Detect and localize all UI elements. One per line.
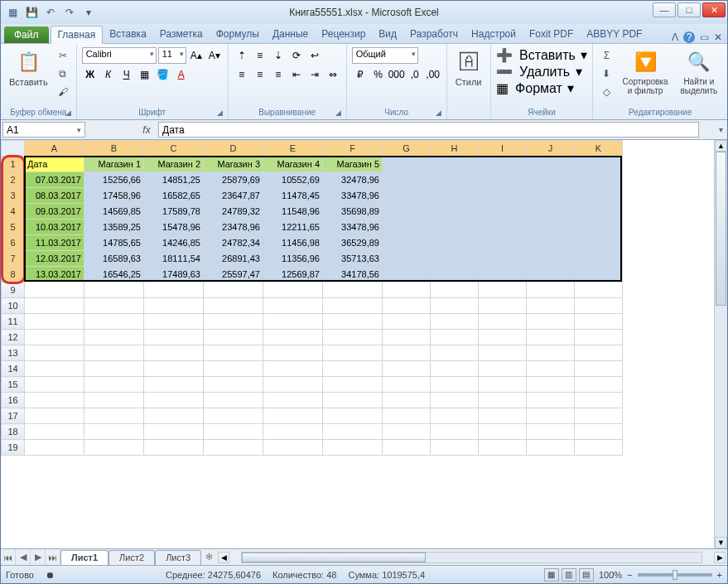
cell[interactable] — [479, 330, 527, 345]
border-icon[interactable]: ▦ — [137, 66, 153, 83]
ribbon-tab-разметка[interactable]: Разметка — [153, 26, 210, 43]
cell[interactable] — [575, 298, 623, 314]
column-header[interactable]: K — [575, 141, 623, 157]
cell[interactable] — [431, 204, 479, 220]
column-header[interactable]: I — [479, 141, 527, 157]
font-color-icon[interactable]: A — [173, 66, 190, 83]
cell[interactable] — [383, 361, 431, 377]
cell[interactable] — [323, 377, 383, 393]
cell[interactable]: 15478,96 — [144, 220, 204, 235]
row-header[interactable]: 16 — [2, 393, 25, 408]
cell[interactable] — [144, 330, 204, 345]
cell[interactable] — [575, 361, 623, 377]
cell[interactable] — [383, 393, 431, 408]
currency-icon[interactable]: ₽ — [352, 66, 369, 83]
cell[interactable] — [431, 157, 479, 172]
dec-decimal-icon[interactable]: ,00 — [425, 66, 441, 83]
cell[interactable]: 18111,54 — [144, 251, 204, 267]
cell[interactable] — [575, 408, 623, 424]
cell[interactable] — [383, 408, 431, 424]
cell[interactable] — [84, 298, 144, 314]
cell[interactable] — [383, 157, 431, 172]
close-button[interactable]: ✕ — [702, 2, 726, 17]
cell[interactable] — [263, 314, 323, 330]
view-pagebreak-icon[interactable]: ▤ — [579, 568, 594, 582]
cell[interactable] — [263, 345, 323, 361]
cell[interactable]: 23647,87 — [204, 188, 263, 204]
ribbon-tab-abbyy pdf[interactable]: ABBYY PDF — [580, 26, 648, 43]
cut-icon[interactable]: ✂ — [55, 47, 71, 64]
horizontal-scrollbar[interactable]: ◀ ▶ — [216, 549, 727, 565]
name-box[interactable]: A1 — [2, 122, 85, 138]
cell[interactable] — [323, 393, 383, 408]
fx-icon[interactable]: fx — [137, 120, 157, 139]
cell[interactable] — [575, 172, 623, 188]
row-header[interactable]: 17 — [2, 408, 25, 424]
cell[interactable] — [25, 330, 84, 345]
cell[interactable] — [204, 408, 263, 424]
cell[interactable] — [144, 314, 204, 330]
cell[interactable] — [527, 440, 575, 456]
inc-decimal-icon[interactable]: ,0 — [407, 66, 423, 83]
cell[interactable] — [25, 298, 84, 314]
cell[interactable] — [479, 361, 527, 377]
row-header[interactable]: 7 — [2, 251, 25, 267]
cell[interactable] — [431, 220, 479, 235]
cell[interactable] — [527, 220, 575, 235]
scroll-left-icon[interactable]: ◀ — [218, 552, 229, 563]
cell[interactable] — [263, 330, 323, 345]
cell[interactable]: 14569,85 — [84, 204, 144, 220]
ribbon-tab-вставка[interactable]: Вставка — [103, 26, 153, 43]
cell[interactable] — [204, 282, 263, 298]
cell[interactable]: 24782,34 — [204, 235, 263, 251]
cell[interactable]: Магазин 2 — [144, 157, 204, 172]
column-header[interactable]: G — [383, 141, 431, 157]
cell[interactable] — [383, 440, 431, 456]
cell[interactable] — [204, 298, 263, 314]
cell[interactable] — [431, 172, 479, 188]
view-normal-icon[interactable]: ▦ — [544, 568, 559, 582]
cell[interactable] — [431, 235, 479, 251]
ribbon-tab-рецензир[interactable]: Рецензир — [315, 26, 372, 43]
cell[interactable] — [84, 440, 144, 456]
sheet-tab[interactable]: Лист3 — [155, 550, 201, 565]
row-header[interactable]: 5 — [2, 220, 25, 235]
sheet-nav-prev-icon[interactable]: ◀ — [16, 549, 31, 565]
row-header[interactable]: 12 — [2, 330, 25, 345]
cell[interactable] — [204, 377, 263, 393]
cell[interactable] — [383, 172, 431, 188]
cell[interactable] — [431, 424, 479, 440]
cell[interactable] — [575, 282, 623, 298]
row-header[interactable]: 14 — [2, 361, 25, 377]
cell[interactable]: 11548,96 — [263, 204, 323, 220]
column-header[interactable]: F — [323, 141, 383, 157]
cell[interactable] — [383, 314, 431, 330]
cell[interactable] — [263, 408, 323, 424]
cell[interactable] — [263, 377, 323, 393]
cell[interactable] — [323, 361, 383, 377]
cell[interactable] — [479, 408, 527, 424]
percent-icon[interactable]: % — [370, 66, 387, 83]
cell[interactable] — [527, 424, 575, 440]
zoom-out-icon[interactable]: − — [627, 570, 632, 580]
cell[interactable] — [479, 220, 527, 235]
cell[interactable] — [25, 314, 84, 330]
cell[interactable] — [527, 393, 575, 408]
format-painter-icon[interactable]: 🖌 — [55, 84, 71, 100]
cell[interactable] — [323, 282, 383, 298]
cell[interactable]: 07.03.2017 — [25, 172, 84, 188]
cell[interactable] — [431, 393, 479, 408]
cell[interactable] — [431, 251, 479, 267]
cell[interactable]: 14246,85 — [144, 235, 204, 251]
find-select-button[interactable]: 🔍 Найти и выделить — [676, 47, 722, 97]
select-all-corner[interactable] — [2, 141, 25, 157]
cell[interactable] — [479, 157, 527, 172]
cell[interactable] — [144, 361, 204, 377]
cell[interactable]: Магазин 5 — [323, 157, 383, 172]
cell[interactable] — [323, 330, 383, 345]
cell[interactable]: 09.03.2017 — [25, 204, 84, 220]
cell[interactable] — [575, 267, 623, 282]
cell[interactable] — [575, 314, 623, 330]
align-bottom-icon[interactable]: ⇣ — [270, 47, 287, 64]
scroll-down-icon[interactable]: ▼ — [715, 537, 727, 548]
